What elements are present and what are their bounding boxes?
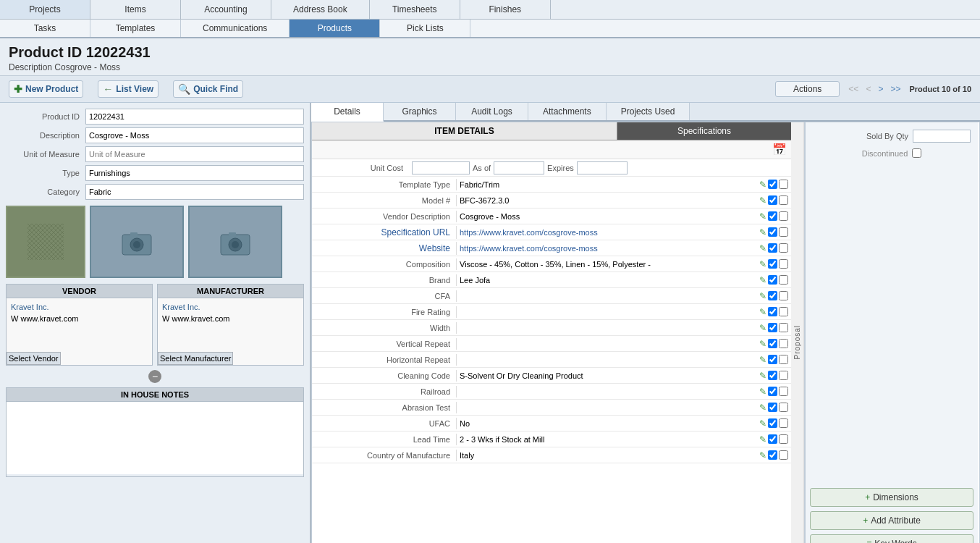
width-check-2[interactable] [779, 323, 788, 332]
co-check-1[interactable] [768, 450, 777, 460]
second-tab-communications[interactable]: Communications [181, 20, 290, 37]
nav-tab-projects[interactable]: Projects [0, 0, 90, 19]
select-vendor-button[interactable]: Select Vendor [7, 352, 61, 365]
nav-tab-accounting[interactable]: Accounting [181, 0, 271, 19]
spec-url-link-label[interactable]: Specification URL [381, 227, 450, 237]
vr-check-1[interactable] [768, 339, 777, 348]
tab-details[interactable]: Details [311, 103, 384, 122]
vendor-desc-check-1[interactable] [768, 211, 777, 221]
nav-tab-address-book[interactable]: Address Book [271, 0, 370, 19]
unit-cost-input[interactable] [412, 161, 470, 174]
camera-slot-1[interactable] [90, 206, 184, 278]
country-edit-icon[interactable]: ✎ [759, 450, 766, 460]
vendor-name[interactable]: Kravet Inc. [11, 303, 148, 311]
composition-check-2[interactable] [779, 259, 788, 269]
brand-edit-icon[interactable]: ✎ [759, 275, 766, 285]
add-attribute-button[interactable]: + Add Attribute [810, 511, 973, 530]
vertical-repeat-edit-icon[interactable]: ✎ [759, 339, 766, 349]
cleaning-code-edit-icon[interactable]: ✎ [759, 371, 766, 381]
select-manufacturer-button[interactable]: Select Manufacturer [158, 352, 233, 365]
width-check-1[interactable] [768, 323, 777, 332]
type-input[interactable] [85, 165, 304, 181]
co-check-2[interactable] [779, 450, 788, 460]
composition-check-1[interactable] [768, 259, 777, 269]
cfa-check-2[interactable] [779, 291, 788, 300]
rr-check-1[interactable] [768, 387, 777, 396]
website-check-2[interactable] [779, 243, 788, 253]
discontinued-checkbox[interactable] [912, 148, 921, 158]
cc-check-2[interactable] [779, 371, 788, 380]
model-check-1[interactable] [768, 195, 777, 205]
website-value[interactable]: https://www.kravet.com/cosgrove-moss [457, 243, 756, 254]
actions-button[interactable]: Actions [775, 81, 840, 97]
website-link-label[interactable]: Website [419, 243, 450, 253]
edit-icon[interactable]: ✎ [759, 180, 766, 190]
quick-find-button[interactable]: 🔍 Quick Find [173, 80, 243, 98]
rr-check-2[interactable] [779, 387, 788, 396]
second-tab-pick-lists[interactable]: Pick Lists [380, 20, 470, 37]
cfa-check-1[interactable] [768, 291, 777, 300]
spec-url-value[interactable]: https://www.kravet.com/cosgrove-moss [457, 227, 756, 238]
nav-last-icon[interactable]: >> [887, 83, 903, 96]
new-product-button[interactable]: ✚ New Product [9, 80, 83, 98]
nav-tab-items[interactable]: Items [90, 0, 181, 19]
horizontal-repeat-edit-icon[interactable]: ✎ [759, 355, 766, 365]
category-input[interactable] [85, 184, 304, 200]
lead-time-edit-icon[interactable]: ✎ [759, 434, 766, 445]
nav-tab-timesheets[interactable]: Timesheets [370, 0, 460, 19]
second-tab-tasks[interactable]: Tasks [0, 20, 90, 37]
ufac-check-1[interactable] [768, 418, 777, 428]
fire-rating-edit-icon[interactable]: ✎ [759, 307, 766, 317]
lt-check-1[interactable] [768, 434, 777, 444]
tab-projects-used[interactable]: Projects Used [607, 103, 690, 120]
width-edit-icon[interactable]: ✎ [759, 323, 766, 333]
remove-button[interactable]: − [148, 370, 161, 383]
model-check-2[interactable] [779, 195, 788, 205]
tab-attachments[interactable]: Attachments [528, 103, 607, 120]
vendor-desc-edit-icon[interactable]: ✎ [759, 211, 766, 222]
list-view-button[interactable]: ← List View [98, 80, 159, 98]
fire-rating-check-2[interactable] [779, 307, 788, 316]
railroad-edit-icon[interactable]: ✎ [759, 387, 766, 397]
spec-url-edit-icon[interactable]: ✎ [759, 227, 766, 237]
second-tab-templates[interactable]: Templates [90, 20, 181, 37]
tab-graphics[interactable]: Graphics [384, 103, 456, 120]
website-check-1[interactable] [768, 243, 777, 253]
nav-first-icon[interactable]: << [845, 83, 861, 96]
website-edit-icon[interactable]: ✎ [759, 243, 766, 253]
composition-edit-icon[interactable]: ✎ [759, 259, 766, 269]
dimensions-button[interactable]: + Dimensions [810, 488, 973, 507]
brand-check-1[interactable] [768, 275, 777, 285]
tab-audit-logs[interactable]: Audit Logs [456, 103, 528, 120]
cfa-edit-icon[interactable]: ✎ [759, 291, 766, 301]
nav-prev-icon[interactable]: < [863, 83, 874, 96]
abrasion-edit-icon[interactable]: ✎ [759, 403, 766, 413]
vendor-desc-check-2[interactable] [779, 211, 788, 221]
model-edit-icon[interactable]: ✎ [759, 195, 766, 206]
nav-tab-finishes[interactable]: Finishes [460, 0, 551, 19]
manufacturer-name[interactable]: Kravet Inc. [162, 303, 299, 311]
camera-slot-2[interactable] [188, 206, 282, 278]
calendar-icon[interactable]: 📅 [772, 143, 787, 156]
product-image[interactable] [6, 206, 85, 278]
nav-next-icon[interactable]: > [875, 83, 886, 96]
ab-check-1[interactable] [768, 403, 777, 412]
brand-check-2[interactable] [779, 275, 788, 285]
ab-check-2[interactable] [779, 403, 788, 412]
product-id-input[interactable] [85, 109, 304, 125]
ufac-edit-icon[interactable]: ✎ [759, 418, 766, 429]
cc-check-1[interactable] [768, 371, 777, 380]
spec-url-check-1[interactable] [768, 227, 777, 237]
second-tab-products[interactable]: Products [290, 20, 380, 37]
description-input[interactable] [85, 127, 304, 143]
as-of-input[interactable] [494, 161, 544, 174]
fire-rating-check-1[interactable] [768, 307, 777, 316]
check-2[interactable] [779, 180, 788, 189]
hr-check-1[interactable] [768, 355, 777, 364]
sold-by-qty-input[interactable] [913, 130, 971, 143]
notes-textarea[interactable] [7, 402, 303, 474]
vr-check-2[interactable] [779, 339, 788, 348]
check-1[interactable] [768, 180, 777, 189]
unit-of-measure-input[interactable] [85, 146, 304, 162]
lt-check-2[interactable] [779, 434, 788, 444]
